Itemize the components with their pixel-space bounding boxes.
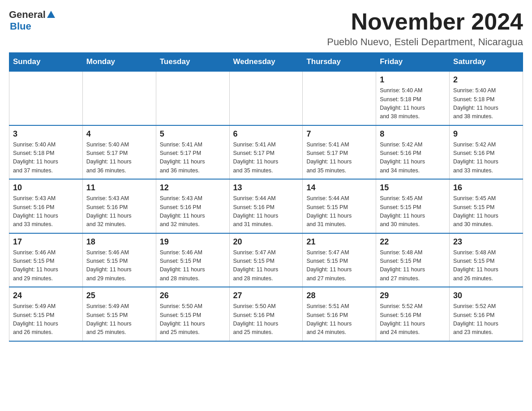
day-info: Sunrise: 5:52 AM Sunset: 5:16 PM Dayligh… [453, 302, 519, 337]
calendar-cell: 9Sunrise: 5:42 AM Sunset: 5:16 PM Daylig… [450, 125, 523, 180]
calendar-cell: 1Sunrise: 5:40 AM Sunset: 5:18 PM Daylig… [376, 71, 450, 125]
calendar-cell: 14Sunrise: 5:44 AM Sunset: 5:15 PM Dayli… [303, 179, 376, 233]
day-info: Sunrise: 5:49 AM Sunset: 5:15 PM Dayligh… [13, 302, 79, 337]
calendar-cell: 8Sunrise: 5:42 AM Sunset: 5:16 PM Daylig… [376, 125, 450, 180]
day-number: 6 [233, 129, 299, 139]
day-info: Sunrise: 5:44 AM Sunset: 5:15 PM Dayligh… [306, 194, 372, 229]
calendar-week-row: 24Sunrise: 5:49 AM Sunset: 5:15 PM Dayli… [9, 287, 523, 341]
day-info: Sunrise: 5:41 AM Sunset: 5:17 PM Dayligh… [306, 141, 372, 176]
calendar-cell [303, 71, 376, 125]
day-number: 16 [453, 183, 519, 193]
day-number: 15 [380, 183, 446, 193]
day-number: 2 [453, 75, 519, 85]
day-number: 24 [13, 291, 79, 300]
day-number: 5 [160, 129, 226, 139]
day-info: Sunrise: 5:40 AM Sunset: 5:18 PM Dayligh… [13, 141, 79, 176]
day-number: 30 [453, 291, 519, 300]
day-number: 28 [306, 291, 372, 300]
day-number: 19 [160, 237, 226, 247]
day-info: Sunrise: 5:52 AM Sunset: 5:16 PM Dayligh… [380, 302, 446, 337]
day-info: Sunrise: 5:50 AM Sunset: 5:16 PM Dayligh… [233, 302, 299, 337]
day-info: Sunrise: 5:51 AM Sunset: 5:16 PM Dayligh… [306, 302, 372, 337]
calendar-cell [229, 71, 303, 125]
calendar-cell: 4Sunrise: 5:40 AM Sunset: 5:17 PM Daylig… [82, 125, 156, 180]
day-number: 17 [13, 237, 79, 247]
calendar-cell: 7Sunrise: 5:41 AM Sunset: 5:17 PM Daylig… [303, 125, 376, 180]
day-info: Sunrise: 5:43 AM Sunset: 5:16 PM Dayligh… [13, 194, 79, 229]
calendar-week-row: 3Sunrise: 5:40 AM Sunset: 5:18 PM Daylig… [9, 125, 523, 180]
calendar-cell: 28Sunrise: 5:51 AM Sunset: 5:16 PM Dayli… [303, 287, 376, 341]
day-number: 21 [306, 237, 372, 247]
day-info: Sunrise: 5:44 AM Sunset: 5:16 PM Dayligh… [233, 194, 299, 229]
day-info: Sunrise: 5:41 AM Sunset: 5:17 PM Dayligh… [160, 141, 226, 176]
day-number: 20 [233, 237, 299, 247]
calendar-cell: 16Sunrise: 5:45 AM Sunset: 5:15 PM Dayli… [450, 179, 523, 233]
day-number: 22 [380, 237, 446, 247]
day-info: Sunrise: 5:40 AM Sunset: 5:18 PM Dayligh… [453, 86, 519, 121]
day-number: 9 [453, 129, 519, 139]
calendar-cell: 21Sunrise: 5:47 AM Sunset: 5:15 PM Dayli… [303, 233, 376, 287]
day-number: 3 [13, 129, 79, 139]
day-number: 14 [306, 183, 372, 193]
calendar-table: SundayMondayTuesdayWednesdayThursdayFrid… [9, 52, 523, 342]
day-info: Sunrise: 5:41 AM Sunset: 5:17 PM Dayligh… [233, 141, 299, 176]
day-info: Sunrise: 5:48 AM Sunset: 5:15 PM Dayligh… [453, 248, 519, 283]
calendar-cell: 24Sunrise: 5:49 AM Sunset: 5:15 PM Dayli… [9, 287, 83, 341]
calendar-cell: 3Sunrise: 5:40 AM Sunset: 5:18 PM Daylig… [9, 125, 83, 180]
calendar-cell: 19Sunrise: 5:46 AM Sunset: 5:15 PM Dayli… [156, 233, 229, 287]
calendar-cell: 13Sunrise: 5:44 AM Sunset: 5:16 PM Dayli… [229, 179, 303, 233]
calendar-week-row: 17Sunrise: 5:46 AM Sunset: 5:15 PM Dayli… [9, 233, 523, 287]
day-info: Sunrise: 5:43 AM Sunset: 5:16 PM Dayligh… [160, 194, 226, 229]
calendar-cell: 20Sunrise: 5:47 AM Sunset: 5:15 PM Dayli… [229, 233, 303, 287]
title-block: November 2024 Pueblo Nuevo, Esteli Depar… [327, 9, 523, 48]
calendar-cell: 23Sunrise: 5:48 AM Sunset: 5:15 PM Dayli… [450, 233, 523, 287]
day-info: Sunrise: 5:50 AM Sunset: 5:15 PM Dayligh… [160, 302, 226, 337]
day-number: 13 [233, 183, 299, 193]
day-info: Sunrise: 5:48 AM Sunset: 5:15 PM Dayligh… [380, 248, 446, 283]
day-number: 29 [380, 291, 446, 300]
day-number: 1 [380, 75, 446, 85]
calendar-cell: 5Sunrise: 5:41 AM Sunset: 5:17 PM Daylig… [156, 125, 229, 180]
day-number: 18 [86, 237, 152, 247]
calendar-week-row: 10Sunrise: 5:43 AM Sunset: 5:16 PM Dayli… [9, 179, 523, 233]
month-title: November 2024 [327, 9, 523, 34]
day-number: 23 [453, 237, 519, 247]
calendar-cell [156, 71, 229, 125]
day-info: Sunrise: 5:47 AM Sunset: 5:15 PM Dayligh… [233, 248, 299, 283]
logo: General Blue [9, 9, 55, 32]
day-number: 12 [160, 183, 226, 193]
day-info: Sunrise: 5:46 AM Sunset: 5:15 PM Dayligh… [86, 248, 152, 283]
day-header-friday: Friday [376, 53, 450, 72]
calendar-cell: 18Sunrise: 5:46 AM Sunset: 5:15 PM Dayli… [82, 233, 156, 287]
calendar-cell: 27Sunrise: 5:50 AM Sunset: 5:16 PM Dayli… [229, 287, 303, 341]
day-number: 4 [86, 129, 152, 139]
day-info: Sunrise: 5:40 AM Sunset: 5:17 PM Dayligh… [86, 141, 152, 176]
day-number: 11 [86, 183, 152, 193]
day-header-thursday: Thursday [303, 53, 376, 72]
day-number: 10 [13, 183, 79, 193]
calendar-cell: 25Sunrise: 5:49 AM Sunset: 5:15 PM Dayli… [82, 287, 156, 341]
day-header-monday: Monday [82, 53, 156, 72]
day-info: Sunrise: 5:45 AM Sunset: 5:15 PM Dayligh… [453, 194, 519, 229]
calendar-cell: 2Sunrise: 5:40 AM Sunset: 5:18 PM Daylig… [450, 71, 523, 125]
day-header-sunday: Sunday [9, 53, 83, 72]
day-info: Sunrise: 5:45 AM Sunset: 5:15 PM Dayligh… [380, 194, 446, 229]
calendar-cell [82, 71, 156, 125]
day-number: 7 [306, 129, 372, 139]
logo-triangle-icon [47, 11, 55, 18]
calendar-cell: 17Sunrise: 5:46 AM Sunset: 5:15 PM Dayli… [9, 233, 83, 287]
calendar-cell: 29Sunrise: 5:52 AM Sunset: 5:16 PM Dayli… [376, 287, 450, 341]
day-info: Sunrise: 5:47 AM Sunset: 5:15 PM Dayligh… [306, 248, 372, 283]
day-info: Sunrise: 5:46 AM Sunset: 5:15 PM Dayligh… [160, 248, 226, 283]
calendar-cell: 22Sunrise: 5:48 AM Sunset: 5:15 PM Dayli… [376, 233, 450, 287]
day-header-tuesday: Tuesday [156, 53, 229, 72]
calendar-cell [9, 71, 83, 125]
day-number: 25 [86, 291, 152, 300]
logo-blue: Blue [10, 21, 31, 32]
location-title: Pueblo Nuevo, Esteli Department, Nicarag… [327, 36, 523, 48]
day-info: Sunrise: 5:40 AM Sunset: 5:18 PM Dayligh… [380, 86, 446, 121]
day-number: 27 [233, 291, 299, 300]
calendar-cell: 6Sunrise: 5:41 AM Sunset: 5:17 PM Daylig… [229, 125, 303, 180]
day-header-saturday: Saturday [450, 53, 523, 72]
calendar-header-row: SundayMondayTuesdayWednesdayThursdayFrid… [9, 53, 523, 72]
